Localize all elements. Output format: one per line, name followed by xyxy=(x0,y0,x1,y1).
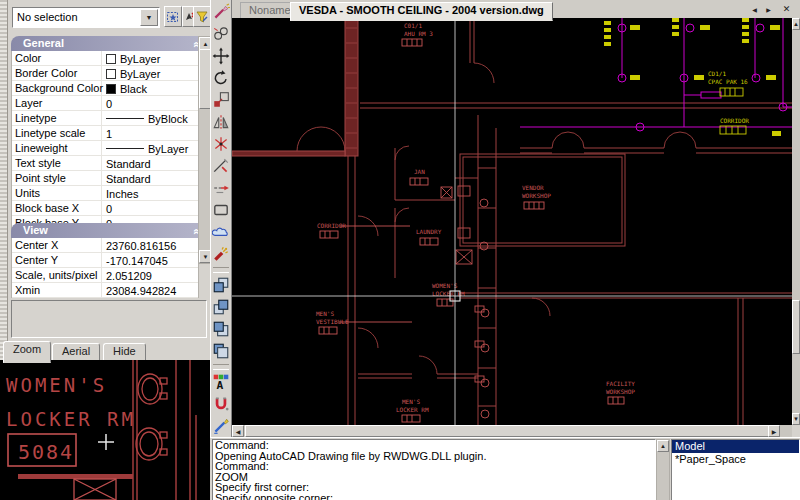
close-document-icon[interactable] xyxy=(781,3,792,15)
prop-row-scale: Scale, units/pixel2.051209 xyxy=(12,268,198,283)
revcloud-icon[interactable] xyxy=(212,223,230,241)
document-tab-bar: Noname VESDA - SMOOTH CEILING - 2004 ver… xyxy=(232,0,800,19)
order-above-icon[interactable] xyxy=(212,320,230,338)
property-description-box xyxy=(11,300,207,338)
svg-text:FACILITY: FACILITY xyxy=(606,380,635,387)
sketch-icon[interactable] xyxy=(212,417,230,435)
hscrollbar-thumb[interactable] xyxy=(245,425,769,437)
canvas-vscrollbar[interactable] xyxy=(792,18,800,425)
point-icon[interactable] xyxy=(212,135,230,153)
svg-text:A: A xyxy=(217,379,224,391)
scroll-down-icon[interactable] xyxy=(792,413,800,425)
general-rows: ColorByLayer Border ColorByLayer Backgro… xyxy=(11,51,199,231)
dashed-select-icon xyxy=(166,10,180,24)
preview-door-x xyxy=(74,479,116,500)
tab-scroll-right-icon[interactable] xyxy=(763,3,774,15)
zoom-preview[interactable]: WOMEN'S LOCKER RM 5084 xyxy=(0,360,210,500)
command-window: Command: Opening AutoCAD Drawing file by… xyxy=(210,437,800,500)
scroll-up-icon[interactable] xyxy=(792,18,800,30)
lineweight-sample xyxy=(106,148,144,149)
layout-list: Model *Paper_Space xyxy=(671,439,800,500)
command-history[interactable]: Command: Opening AutoCAD Drawing file by… xyxy=(212,439,656,500)
section-header-general[interactable]: General xyxy=(11,36,209,51)
layout-item-model[interactable]: Model xyxy=(672,440,799,453)
toolbar-separator xyxy=(213,364,229,370)
extend-icon[interactable] xyxy=(212,179,230,197)
erase-icon[interactable] xyxy=(212,3,230,21)
order-back-icon[interactable] xyxy=(212,298,230,316)
prop-row-color: ColorByLayer xyxy=(12,51,198,66)
tab-vesda-drawing[interactable]: VESDA - SMOOTH CEILING - 2004 version.dw… xyxy=(290,2,553,21)
svg-text:WORKSHOP: WORKSHOP xyxy=(606,388,635,395)
preview-toilets xyxy=(136,374,167,460)
prop-row-text-style: Text styleStandard xyxy=(12,156,198,171)
scroll-right-icon[interactable] xyxy=(768,425,780,437)
text-style-icon[interactable]: A xyxy=(212,373,230,391)
border-color-swatch xyxy=(106,69,116,79)
prop-row-layer: Layer0 xyxy=(12,96,198,111)
edit-toolbar: A xyxy=(210,0,232,437)
order-front-icon[interactable] xyxy=(212,276,230,294)
color-swatch xyxy=(106,54,116,64)
view-title: View xyxy=(23,224,48,236)
svg-text:WOMEN'S: WOMEN'S xyxy=(432,282,458,289)
order-below-icon[interactable] xyxy=(212,342,230,360)
tab-zoom[interactable]: Zoom xyxy=(3,341,51,363)
layout-item-paper-space[interactable]: *Paper_Space xyxy=(672,453,799,466)
command-line: Command: xyxy=(213,461,655,472)
command-line: Specify first corner: xyxy=(213,482,655,493)
prop-row-center-x: Center X23760.816156 xyxy=(12,238,198,253)
mirror-icon[interactable] xyxy=(212,113,230,131)
preview-crosshair-icon xyxy=(98,434,114,450)
vscrollbar-thumb[interactable] xyxy=(792,300,800,354)
rotate-icon[interactable] xyxy=(212,69,230,87)
section-header-view[interactable]: View xyxy=(11,223,209,238)
dropdown-arrow-icon[interactable] xyxy=(140,9,158,26)
tab-scroll-left-icon[interactable] xyxy=(749,3,760,15)
svg-text:LOCKER RM: LOCKER RM xyxy=(396,406,429,413)
copy-icon[interactable] xyxy=(212,25,230,43)
explode-icon[interactable] xyxy=(212,245,230,263)
drawing-canvas[interactable]: CD1/1 CPAC PAK 16 CORRIDOR C01/1AHU RM 3… xyxy=(232,18,792,425)
prop-row-point-style: Point styleStandard xyxy=(12,171,198,186)
select-elements-button[interactable] xyxy=(164,6,182,27)
trim-icon[interactable] xyxy=(212,157,230,175)
wall xyxy=(345,18,358,156)
canvas-hscrollbar[interactable] xyxy=(232,425,792,437)
svg-text:AHU RM 3: AHU RM 3 xyxy=(404,30,433,37)
prop-row-background-color: Background ColorBlack xyxy=(12,81,198,96)
preview-wall xyxy=(18,474,133,479)
svg-text:VENDOR: VENDOR xyxy=(522,184,544,191)
application-window: No selection General C xyxy=(0,0,800,500)
prop-row-linetype-scale: Linetype scale1 xyxy=(12,126,198,141)
magnet-icon[interactable] xyxy=(212,395,230,413)
preview-room-label: WOMEN'S xyxy=(6,374,107,396)
prop-row-units: UnitsInches xyxy=(12,186,198,201)
svg-text:WORKSHOP: WORKSHOP xyxy=(522,192,551,199)
svg-text:CORRIDOR: CORRIDOR xyxy=(317,222,346,229)
svg-text:VESTIBULE: VESTIBULE xyxy=(316,318,349,325)
filter-icon xyxy=(195,10,209,24)
linetype-sample xyxy=(106,118,144,119)
prop-row-border-color: Border ColorByLayer xyxy=(12,66,198,81)
filter-button[interactable] xyxy=(193,6,211,27)
scroll-up-icon[interactable] xyxy=(657,440,669,452)
command-line: Command: xyxy=(213,440,655,451)
background-color-swatch xyxy=(106,84,116,94)
prop-row-center-y: Center Y-170.147045 xyxy=(12,253,198,268)
svg-text:MEN'S: MEN'S xyxy=(402,398,420,405)
toolbar-separator xyxy=(213,267,229,273)
prop-row-lineweight: LineweightByLayer xyxy=(12,141,198,156)
command-line: Opening AutoCAD Drawing file by RWDWG.DL… xyxy=(213,451,655,462)
move-icon[interactable] xyxy=(212,47,230,65)
rectangle-icon[interactable] xyxy=(212,201,230,219)
general-title: General xyxy=(23,37,64,49)
selection-dropdown[interactable]: No selection xyxy=(12,7,160,28)
command-scrollbar[interactable] xyxy=(656,439,670,500)
preview-tab-bar: Zoom Aerial Hide xyxy=(0,340,210,361)
svg-text:CORRIDOR: CORRIDOR xyxy=(720,117,749,124)
scale-icon[interactable] xyxy=(212,91,230,109)
svg-text:C01/1: C01/1 xyxy=(404,22,422,29)
scroll-left-icon[interactable] xyxy=(232,425,244,437)
svg-text:CPAC PAK 16: CPAC PAK 16 xyxy=(708,78,748,85)
